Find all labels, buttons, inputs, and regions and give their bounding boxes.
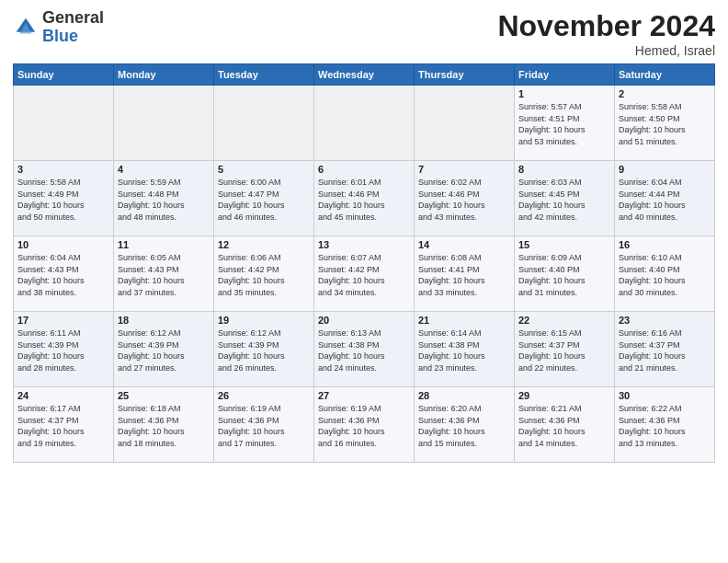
day-cell: 9Sunrise: 6:04 AM Sunset: 4:44 PM Daylig… (615, 161, 715, 236)
day-cell (114, 86, 214, 161)
calendar-table: SundayMondayTuesdayWednesdayThursdayFrid… (13, 63, 715, 463)
day-info: Sunrise: 6:15 AM Sunset: 4:37 PM Dayligh… (518, 327, 610, 373)
day-number: 8 (518, 164, 610, 175)
day-number: 5 (218, 164, 310, 175)
weekday-header-row: SundayMondayTuesdayWednesdayThursdayFrid… (14, 64, 715, 86)
logo: General Blue (13, 9, 104, 46)
weekday-wednesday: Wednesday (314, 64, 415, 86)
day-number: 9 (619, 164, 711, 175)
logo-general: General (42, 8, 104, 27)
weekday-thursday: Thursday (415, 64, 515, 86)
day-info: Sunrise: 6:16 AM Sunset: 4:37 PM Dayligh… (619, 327, 711, 373)
day-cell: 11Sunrise: 6:05 AM Sunset: 4:43 PM Dayli… (114, 236, 214, 312)
day-cell: 18Sunrise: 6:12 AM Sunset: 4:39 PM Dayli… (114, 312, 214, 387)
day-cell: 20Sunrise: 6:13 AM Sunset: 4:38 PM Dayli… (314, 312, 415, 387)
day-number: 15 (518, 239, 610, 250)
day-cell: 10Sunrise: 6:04 AM Sunset: 4:43 PM Dayli… (14, 236, 114, 312)
day-info: Sunrise: 6:19 AM Sunset: 4:36 PM Dayligh… (318, 403, 410, 449)
location: Hemed, Israel (497, 43, 715, 58)
day-cell: 14Sunrise: 6:08 AM Sunset: 4:41 PM Dayli… (415, 236, 515, 312)
day-number: 21 (418, 315, 510, 326)
day-cell: 15Sunrise: 6:09 AM Sunset: 4:40 PM Dayli… (515, 236, 615, 312)
day-info: Sunrise: 6:09 AM Sunset: 4:40 PM Dayligh… (518, 252, 610, 298)
day-cell: 24Sunrise: 6:17 AM Sunset: 4:37 PM Dayli… (14, 387, 114, 463)
day-cell: 8Sunrise: 6:03 AM Sunset: 4:45 PM Daylig… (515, 161, 615, 236)
header: General Blue November 2024 Hemed, Israel (13, 9, 715, 58)
week-row-2: 10Sunrise: 6:04 AM Sunset: 4:43 PM Dayli… (14, 236, 715, 312)
day-cell: 25Sunrise: 6:18 AM Sunset: 4:36 PM Dayli… (114, 387, 214, 463)
week-row-4: 24Sunrise: 6:17 AM Sunset: 4:37 PM Dayli… (14, 387, 715, 463)
day-info: Sunrise: 5:58 AM Sunset: 4:50 PM Dayligh… (619, 101, 711, 147)
day-number: 3 (17, 164, 109, 175)
day-number: 10 (17, 239, 109, 250)
day-number: 30 (619, 390, 711, 401)
day-cell: 7Sunrise: 6:02 AM Sunset: 4:46 PM Daylig… (415, 161, 515, 236)
day-number: 17 (17, 315, 109, 326)
day-info: Sunrise: 6:06 AM Sunset: 4:42 PM Dayligh… (218, 252, 310, 298)
day-info: Sunrise: 6:21 AM Sunset: 4:36 PM Dayligh… (518, 403, 610, 449)
day-number: 2 (619, 88, 711, 99)
calendar-page: General Blue November 2024 Hemed, Israel… (0, 0, 728, 563)
day-cell: 22Sunrise: 6:15 AM Sunset: 4:37 PM Dayli… (515, 312, 615, 387)
day-cell: 21Sunrise: 6:14 AM Sunset: 4:38 PM Dayli… (415, 312, 515, 387)
day-cell: 3Sunrise: 5:58 AM Sunset: 4:49 PM Daylig… (14, 161, 114, 236)
day-number: 13 (318, 239, 410, 250)
weekday-sunday: Sunday (14, 64, 114, 86)
week-row-3: 17Sunrise: 6:11 AM Sunset: 4:39 PM Dayli… (14, 312, 715, 387)
day-info: Sunrise: 6:11 AM Sunset: 4:39 PM Dayligh… (17, 327, 109, 373)
day-info: Sunrise: 6:22 AM Sunset: 4:36 PM Dayligh… (619, 403, 711, 449)
day-info: Sunrise: 6:03 AM Sunset: 4:45 PM Dayligh… (518, 177, 610, 223)
day-number: 12 (218, 239, 310, 250)
day-info: Sunrise: 6:04 AM Sunset: 4:44 PM Dayligh… (619, 177, 711, 223)
day-info: Sunrise: 5:58 AM Sunset: 4:49 PM Dayligh… (17, 177, 109, 223)
day-info: Sunrise: 6:04 AM Sunset: 4:43 PM Dayligh… (17, 252, 109, 298)
day-info: Sunrise: 5:59 AM Sunset: 4:48 PM Dayligh… (118, 177, 210, 223)
day-number: 6 (318, 164, 410, 175)
day-number: 16 (619, 239, 711, 250)
day-cell: 19Sunrise: 6:12 AM Sunset: 4:39 PM Dayli… (214, 312, 314, 387)
day-number: 24 (17, 390, 109, 401)
title-block: November 2024 Hemed, Israel (497, 9, 715, 58)
day-number: 18 (118, 315, 210, 326)
day-number: 28 (418, 390, 510, 401)
day-cell: 23Sunrise: 6:16 AM Sunset: 4:37 PM Dayli… (615, 312, 715, 387)
week-row-0: 1Sunrise: 5:57 AM Sunset: 4:51 PM Daylig… (14, 86, 715, 161)
day-cell: 26Sunrise: 6:19 AM Sunset: 4:36 PM Dayli… (214, 387, 314, 463)
day-info: Sunrise: 6:12 AM Sunset: 4:39 PM Dayligh… (218, 327, 310, 373)
week-row-1: 3Sunrise: 5:58 AM Sunset: 4:49 PM Daylig… (14, 161, 715, 236)
day-info: Sunrise: 6:13 AM Sunset: 4:38 PM Dayligh… (318, 327, 410, 373)
weekday-friday: Friday (515, 64, 615, 86)
day-cell: 5Sunrise: 6:00 AM Sunset: 4:47 PM Daylig… (214, 161, 314, 236)
day-cell: 28Sunrise: 6:20 AM Sunset: 4:36 PM Dayli… (415, 387, 515, 463)
day-info: Sunrise: 6:14 AM Sunset: 4:38 PM Dayligh… (418, 327, 510, 373)
day-info: Sunrise: 6:05 AM Sunset: 4:43 PM Dayligh… (118, 252, 210, 298)
day-info: Sunrise: 6:17 AM Sunset: 4:37 PM Dayligh… (17, 403, 109, 449)
weekday-tuesday: Tuesday (214, 64, 314, 86)
day-cell: 30Sunrise: 6:22 AM Sunset: 4:36 PM Dayli… (615, 387, 715, 463)
day-info: Sunrise: 6:18 AM Sunset: 4:36 PM Dayligh… (118, 403, 210, 449)
day-info: Sunrise: 6:07 AM Sunset: 4:42 PM Dayligh… (318, 252, 410, 298)
day-cell: 16Sunrise: 6:10 AM Sunset: 4:40 PM Dayli… (615, 236, 715, 312)
day-cell: 29Sunrise: 6:21 AM Sunset: 4:36 PM Dayli… (515, 387, 615, 463)
day-info: Sunrise: 6:08 AM Sunset: 4:41 PM Dayligh… (418, 252, 510, 298)
month-title: November 2024 (497, 9, 715, 43)
day-number: 14 (418, 239, 510, 250)
day-number: 7 (418, 164, 510, 175)
day-cell: 4Sunrise: 5:59 AM Sunset: 4:48 PM Daylig… (114, 161, 214, 236)
day-number: 20 (318, 315, 410, 326)
weekday-saturday: Saturday (615, 64, 715, 86)
day-info: Sunrise: 6:02 AM Sunset: 4:46 PM Dayligh… (418, 177, 510, 223)
day-cell (14, 86, 114, 161)
day-cell (314, 86, 415, 161)
day-info: Sunrise: 5:57 AM Sunset: 4:51 PM Dayligh… (518, 101, 610, 147)
day-cell: 1Sunrise: 5:57 AM Sunset: 4:51 PM Daylig… (515, 86, 615, 161)
day-number: 19 (218, 315, 310, 326)
day-cell (214, 86, 314, 161)
day-cell: 17Sunrise: 6:11 AM Sunset: 4:39 PM Dayli… (14, 312, 114, 387)
day-cell: 2Sunrise: 5:58 AM Sunset: 4:50 PM Daylig… (615, 86, 715, 161)
day-number: 26 (218, 390, 310, 401)
day-info: Sunrise: 6:12 AM Sunset: 4:39 PM Dayligh… (118, 327, 210, 373)
logo-icon (13, 15, 39, 40)
day-info: Sunrise: 6:20 AM Sunset: 4:36 PM Dayligh… (418, 403, 510, 449)
day-number: 25 (118, 390, 210, 401)
